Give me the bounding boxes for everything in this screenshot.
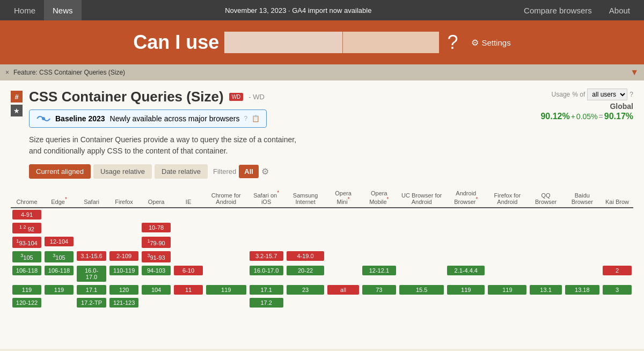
nav-compare[interactable]: Compare browsers <box>515 0 601 20</box>
baseline-note-icon[interactable]: 📋 <box>252 115 260 122</box>
cell[interactable]: 4-91 <box>12 210 41 220</box>
cell[interactable]: 17.1 <box>77 285 106 295</box>
cell[interactable]: 110-119 <box>109 266 138 275</box>
cell[interactable]: 16.0-17.0 <box>250 266 283 275</box>
cell[interactable]: 23 <box>287 285 325 295</box>
wd-label: - WD <box>248 93 265 101</box>
usage-users-select[interactable]: all users <box>587 89 627 100</box>
cell[interactable]: 120 <box>109 285 138 295</box>
th-opera-mini: Opera Mini* <box>326 188 360 208</box>
settings-label: Settings <box>481 38 510 47</box>
svg-point-0 <box>42 117 45 120</box>
baseline-icon <box>36 113 51 124</box>
cell[interactable]: all <box>327 285 358 295</box>
cell[interactable]: 11 <box>174 285 203 295</box>
cell[interactable]: 13.18 <box>565 285 599 295</box>
cell[interactable]: 106-118 <box>12 266 41 275</box>
cell[interactable]: 17.2-TP <box>77 298 106 308</box>
cell[interactable]: 120-122 <box>12 298 41 308</box>
cell[interactable]: 12-104 <box>45 237 74 246</box>
th-android: Android Browser* <box>445 188 486 208</box>
table-row: 1 2 92 10-78 <box>11 221 633 236</box>
tab-all[interactable]: All <box>239 165 259 178</box>
nav-right: Compare browsers About <box>515 0 639 20</box>
usage-total: 90.17% <box>604 112 633 121</box>
th-samsung: Samsung Internet <box>285 188 326 208</box>
hero-section: Can I use ? ⚙ Settings <box>0 20 644 64</box>
cell[interactable]: 1 2 92 <box>12 223 41 234</box>
cell[interactable]: 6-10 <box>174 266 203 275</box>
close-icon[interactable]: × <box>5 69 9 76</box>
th-firefox: Firefox <box>108 188 140 208</box>
cell[interactable]: 2-109 <box>109 251 138 261</box>
nav-news[interactable]: News <box>44 0 82 20</box>
cell[interactable]: 119 <box>206 285 246 295</box>
wd-badge: WD <box>229 93 244 101</box>
star-icon[interactable]: ★ <box>11 105 23 116</box>
cell[interactable]: 3105 <box>45 251 74 262</box>
table-row: 4-91 <box>11 208 633 221</box>
usage-green: 90.12% <box>540 112 569 121</box>
hero-title: Can I use <box>133 31 219 54</box>
cell[interactable]: 94-103 <box>142 266 171 275</box>
tab-usage-relative[interactable]: Usage relative <box>93 164 152 179</box>
tab-date-relative[interactable]: Date relative <box>155 164 208 179</box>
cell[interactable]: 2 <box>603 266 632 275</box>
cell[interactable]: 10-78 <box>142 223 171 232</box>
settings-button[interactable]: ⚙ Settings <box>471 38 510 48</box>
cell[interactable]: 16.0-17.0 <box>77 266 106 282</box>
th-kai: Kai Brow <box>601 188 633 208</box>
search-input2[interactable] <box>342 32 439 53</box>
cell[interactable]: 4-19.0 <box>287 251 325 261</box>
cell[interactable]: 193-104 <box>12 237 41 248</box>
feature-title-row: CSS Container Queries (Size) WD - WD <box>29 89 515 105</box>
search-input[interactable] <box>224 32 342 53</box>
cell[interactable]: 3105 <box>12 251 41 262</box>
table-row: 3105 3105 3.1-15.6 2-109 391-93 3.2-15.7… <box>11 250 633 264</box>
cell[interactable]: 17.1 <box>250 285 283 295</box>
tab-current-aligned[interactable]: Current aligned <box>29 164 91 179</box>
nav-home[interactable]: Home <box>5 0 44 20</box>
cell[interactable]: 3.1-15.6 <box>77 251 106 261</box>
baseline-help-icon[interactable]: ? <box>244 115 248 122</box>
usage-eq: = <box>599 112 603 121</box>
hash-icon[interactable]: # <box>11 91 23 103</box>
cell[interactable]: 104 <box>142 285 171 295</box>
cell[interactable]: 2.1-4.4.4 <box>447 266 485 275</box>
usage-panel: Usage % of all users ? Global 90.12% + 0… <box>515 89 633 185</box>
cell[interactable]: 119 <box>45 285 74 295</box>
usage-region: Global <box>610 102 633 111</box>
hero-input-wrap <box>224 32 439 53</box>
feature-title: CSS Container Queries (Size) <box>29 89 224 105</box>
cell[interactable]: 15.5 <box>399 285 444 295</box>
cell[interactable]: 179-90 <box>142 237 171 248</box>
table-row: 119 119 17.1 120 104 11 119 17.1 23 all … <box>11 283 633 296</box>
cell[interactable]: 73 <box>362 285 396 295</box>
th-uc: UC Browser for Android <box>398 188 445 208</box>
th-chrome-android: Chrome for Android <box>204 188 247 208</box>
cell[interactable]: 3 <box>603 285 632 295</box>
table-settings-icon[interactable]: ⚙ <box>261 166 269 177</box>
table-row: 193-104 12-104 179-90 <box>11 235 633 250</box>
filter-icon[interactable]: ▼ <box>630 68 639 77</box>
baseline-text: Baseline 2023 Newly available across maj… <box>55 114 240 123</box>
cell[interactable]: 13.1 <box>530 285 561 295</box>
browser-support-table: Chrome Edge* Safari Firefox Opera IE Chr… <box>11 188 633 309</box>
cell[interactable]: 119 <box>447 285 485 295</box>
nav-announcement: November 13, 2023 · GA4 import now avail… <box>82 6 516 14</box>
cell[interactable]: 121-123 <box>109 298 138 308</box>
cell[interactable]: 3.2-15.7 <box>250 251 283 261</box>
usage-percent-label: % of <box>572 91 585 98</box>
cell[interactable]: 106-118 <box>45 266 74 275</box>
cell[interactable]: 391-93 <box>142 251 171 262</box>
breadcrumb-text: Feature: CSS Container Queries (Size) <box>13 69 125 76</box>
cell[interactable]: 119 <box>488 285 526 295</box>
cell[interactable]: 20-22 <box>287 266 325 275</box>
tabs-row: Current aligned Usage relative Date rela… <box>29 164 515 179</box>
usage-label: Usage <box>552 91 570 98</box>
nav-about[interactable]: About <box>601 0 639 20</box>
cell[interactable]: 12-12.1 <box>362 266 396 275</box>
cell[interactable]: 17.2 <box>250 298 283 308</box>
cell[interactable]: 119 <box>12 285 41 295</box>
usage-help-icon[interactable]: ? <box>630 91 633 98</box>
